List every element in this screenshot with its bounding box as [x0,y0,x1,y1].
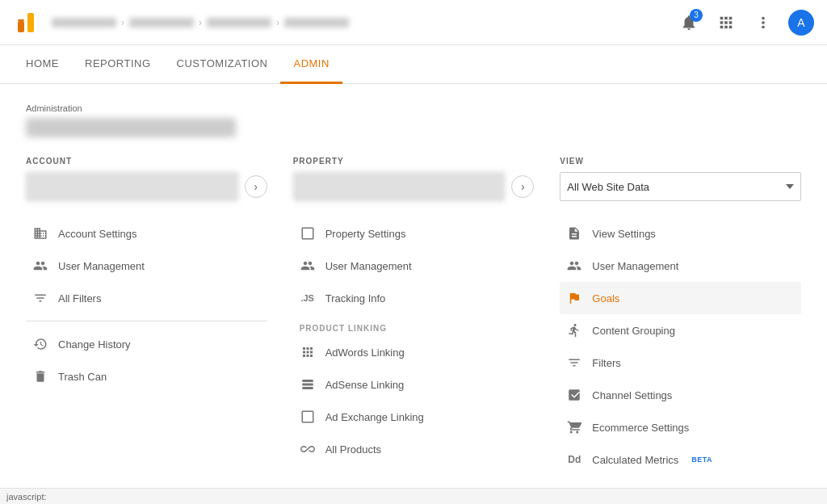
breadcrumb: › › › [52,17,677,28]
property-col-label: PROPERTY [293,157,535,166]
property-settings-label: Property Settings [325,228,406,240]
menu-item-all-filters[interactable]: All Filters [26,282,267,314]
view-dropdown-wrapper: All Web Site Data [560,172,801,201]
menu-item-account-settings[interactable]: Account Settings [26,217,267,250]
menu-item-property-settings[interactable]: Property Settings [293,217,535,250]
account-dropdown-blurred[interactable] [26,172,238,201]
calculated-metrics-label: Calculated Metrics [592,454,678,466]
svg-rect-3 [302,228,313,239]
channel-settings-icon [566,387,582,403]
svg-rect-4 [302,380,313,382]
property-next-arrow[interactable]: › [511,175,534,198]
adwords-icon [300,344,316,360]
view-dropdown[interactable]: All Web Site Data [560,172,801,201]
account-divider [26,321,267,321]
menu-item-calculated-metrics[interactable]: Dd Calculated Metrics BETA [560,443,801,476]
trash-icon [32,368,48,384]
nav-reporting[interactable]: REPORTING [72,45,164,84]
menu-item-view-settings[interactable]: View Settings [560,217,801,250]
property-users-icon [300,258,316,274]
product-linking-label: PRODUCT LINKING [293,314,535,336]
breadcrumb-page [284,18,349,27]
breadcrumb-account [52,18,116,27]
menu-item-view-user-management[interactable]: User Management [560,250,801,282]
menu-item-tracking-info[interactable]: .JS Tracking Info [293,282,535,314]
all-products-icon [300,441,316,457]
beta-badge: BETA [691,456,712,464]
menu-item-view-filters[interactable]: Filters [560,346,801,379]
svg-rect-2 [18,19,24,21]
building-icon [32,225,48,242]
view-column: VIEW All Web Site Data View Settings [560,157,801,476]
account-column: ACCOUNT › Account Settings [26,157,293,476]
top-bar-icons: 3 A [677,10,814,36]
admin-content: Administration ACCOUNT › Account Setting… [0,84,827,495]
property-column: PROPERTY › Property Settings [293,157,560,476]
svg-rect-1 [18,21,24,32]
avatar[interactable]: A [788,10,814,36]
menu-item-all-products[interactable]: All Products [293,433,535,465]
content-grouping-label: Content Grouping [592,325,675,337]
menu-item-trash-can[interactable]: Trash Can [26,360,267,393]
view-user-management-label: User Management [592,260,678,272]
account-col-label: ACCOUNT [26,157,267,166]
dd-icon: Dd [566,452,582,468]
account-dropdown-wrapper: › [26,172,267,201]
status-text: javascript: [6,492,47,496]
view-filters-label: Filters [592,357,620,369]
apps-button[interactable] [714,10,738,35]
nav-home[interactable]: HOME [13,45,72,84]
goals-label: Goals [592,292,619,304]
view-settings-label: View Settings [592,228,656,240]
menu-item-change-history[interactable]: Change History [26,328,267,360]
menu-item-property-user-management[interactable]: User Management [293,250,535,282]
menu-item-account-user-management[interactable]: User Management [26,250,267,282]
cart-icon [566,419,582,435]
svg-rect-7 [302,411,313,422]
more-options-button[interactable] [751,10,775,35]
account-next-arrow[interactable]: › [245,175,267,198]
property-dropdown-blurred[interactable] [293,172,506,201]
menu-item-adsense-linking[interactable]: AdSense Linking [293,368,535,401]
view-users-icon [566,258,582,274]
admin-label: Administration [26,103,801,113]
svg-rect-6 [302,387,313,389]
nav-bar: HOME REPORTING CUSTOMIZATION ADMIN [0,45,827,84]
notification-badge: 3 [690,9,703,22]
breadcrumb-view [207,18,271,27]
adsense-icon [300,376,316,393]
exchange-icon [300,409,316,425]
account-user-management-label: User Management [58,260,145,272]
trash-can-label: Trash Can [58,371,107,383]
breadcrumb-property [129,18,194,27]
menu-item-goals[interactable]: Goals [560,282,801,314]
adsense-linking-label: AdSense Linking [325,379,405,391]
admin-title [26,118,236,137]
menu-item-channel-settings[interactable]: Channel Settings [560,379,801,411]
account-settings-label: Account Settings [58,228,137,240]
property-user-management-label: User Management [325,260,412,272]
svg-rect-0 [27,13,34,32]
all-filters-label: All Filters [58,292,101,304]
change-history-label: Change History [58,338,131,351]
adwords-linking-label: AdWords Linking [325,346,405,359]
menu-item-ecommerce-settings[interactable]: Ecommerce Settings [560,411,801,443]
menu-item-adwords-linking[interactable]: AdWords Linking [293,336,535,368]
users-icon [32,258,48,274]
property-settings-icon [300,225,316,242]
all-products-label: All Products [325,443,381,456]
menu-item-ad-exchange-linking[interactable]: Ad Exchange Linking [293,401,535,433]
js-icon: .JS [300,290,316,306]
nav-customization[interactable]: CUSTOMIZATION [164,45,281,84]
columns-wrapper: ACCOUNT › Account Settings [26,157,801,476]
status-bar: javascript: [0,488,827,495]
view-col-label: VIEW [560,157,801,166]
doc-icon [566,225,582,242]
menu-item-content-grouping[interactable]: Content Grouping [560,314,801,346]
content-grouping-icon [566,322,582,338]
ad-exchange-linking-label: Ad Exchange Linking [325,411,424,423]
view-filter-icon [566,355,582,371]
notification-button[interactable]: 3 [677,10,701,35]
history-icon [32,336,48,352]
nav-admin[interactable]: ADMIN [280,45,342,84]
